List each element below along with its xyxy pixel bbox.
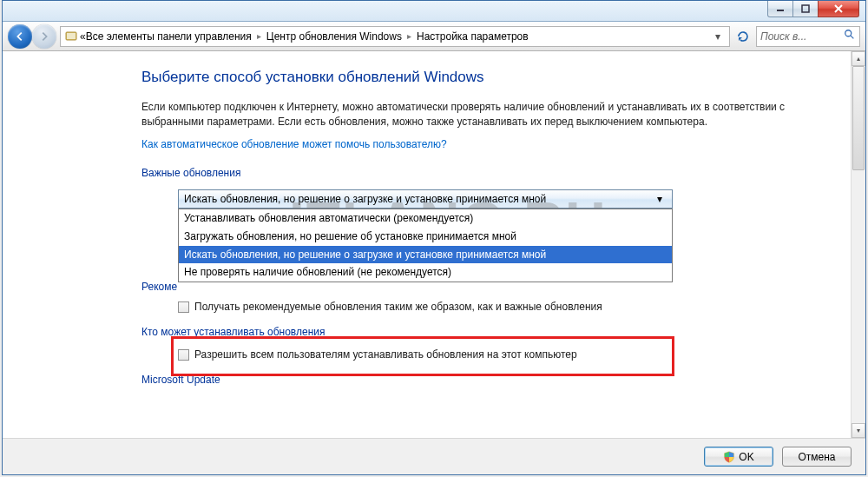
allow-all-users-label: Разрешить всем пользователям устанавлива… [194, 348, 577, 362]
vertical-scrollbar[interactable]: ▴ ▾ [851, 51, 865, 438]
combobox-dropdown: Устанавливать обновления автоматически (… [178, 209, 673, 282]
section-who-can-install: Кто может устанавливать обновления [141, 325, 833, 340]
important-updates-combobox[interactable]: Искать обновления, но решение о загрузке… [178, 189, 673, 209]
recommended-checkbox-label: Получать рекомендуемые обновления таким … [194, 300, 602, 315]
cancel-label: Отмена [798, 451, 835, 463]
scroll-track[interactable] [852, 66, 865, 423]
ok-label: OK [739, 451, 753, 463]
minimize-button[interactable] [767, 1, 793, 17]
allow-all-users-checkbox[interactable] [178, 349, 189, 361]
page-title: Выберите способ установки обновлений Win… [141, 67, 833, 88]
svg-rect-1 [802, 5, 809, 12]
section-microsoft-update: Microsoft Update [141, 373, 833, 388]
window: « Все элементы панели управления ▸ Центр… [2, 0, 866, 475]
close-button[interactable] [818, 1, 859, 17]
svg-point-4 [845, 30, 852, 36]
combobox-option[interactable]: Устанавливать обновления автоматически (… [179, 209, 672, 228]
shield-icon [723, 451, 735, 463]
breadcrumb-dropdown-icon[interactable]: ▾ [710, 28, 726, 45]
combobox-option[interactable]: Загружать обновления, но решение об уста… [179, 228, 672, 246]
refresh-button[interactable] [733, 27, 753, 46]
recommended-checkbox[interactable] [178, 301, 189, 313]
navbar: « Все элементы панели управления ▸ Центр… [3, 22, 865, 51]
svg-rect-3 [67, 33, 76, 39]
cancel-button[interactable]: Отмена [782, 447, 852, 467]
control-panel-icon [64, 30, 78, 43]
section-important-updates: Важные обновления [141, 166, 833, 181]
forward-button[interactable] [32, 24, 56, 49]
search-input[interactable]: Поиск в... [756, 26, 860, 47]
combobox-option[interactable]: Не проверять наличие обновлений (не реко… [179, 263, 672, 282]
dropdown-arrow-icon: ▾ [653, 192, 667, 206]
footer: OK Отмена [3, 438, 865, 474]
search-placeholder: Поиск в... [760, 30, 806, 43]
breadcrumb-prefix: « [80, 30, 86, 43]
section-recommended-updates: Рекоме [141, 281, 177, 293]
breadcrumb-item[interactable]: Центр обновления Windows [266, 30, 402, 43]
intro-text: Если компьютер подключен к Интернету, мо… [141, 100, 833, 129]
maximize-button[interactable] [792, 1, 819, 17]
help-link[interactable]: Как автоматическое обновление может помо… [141, 137, 833, 152]
breadcrumb[interactable]: « Все элементы панели управления ▸ Центр… [60, 26, 730, 47]
ok-button[interactable]: OK [704, 447, 773, 467]
content-area: Выберите способ установки обновлений Win… [3, 51, 865, 438]
svg-rect-0 [777, 10, 784, 11]
titlebar [3, 1, 865, 22]
scroll-up-button[interactable]: ▴ [852, 51, 865, 66]
combobox-option[interactable]: Искать обновления, но решение о загрузке… [179, 246, 672, 264]
search-icon [844, 29, 856, 43]
chevron-right-icon: ▸ [252, 31, 266, 41]
scroll-thumb[interactable] [852, 66, 865, 170]
breadcrumb-item[interactable]: Настройка параметров [417, 30, 529, 43]
scroll-down-button[interactable]: ▾ [852, 423, 865, 438]
combobox-value: Искать обновления, но решение о загрузке… [184, 192, 546, 207]
back-button[interactable] [8, 24, 32, 49]
breadcrumb-item[interactable]: Все элементы панели управления [86, 30, 252, 43]
chevron-right-icon: ▸ [402, 31, 417, 41]
